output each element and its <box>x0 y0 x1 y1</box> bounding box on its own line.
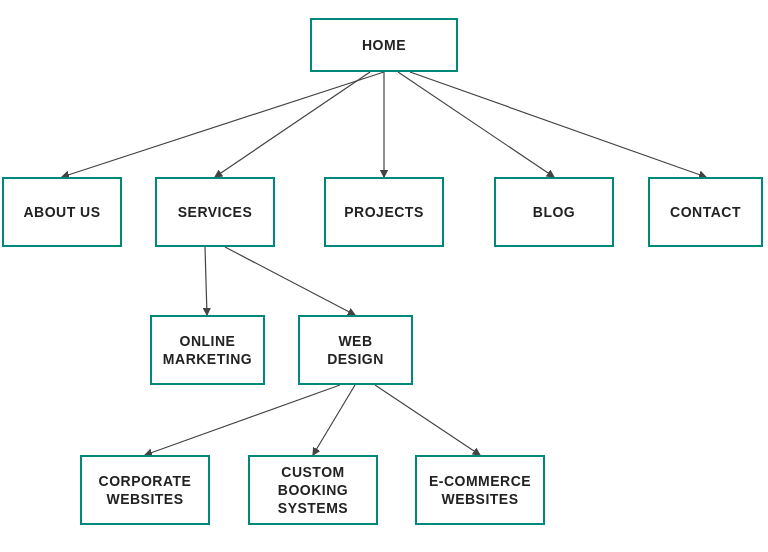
node-online: ONLINEMARKETING <box>150 315 265 385</box>
node-blog: BLOG <box>494 177 614 247</box>
svg-line-3 <box>398 72 554 177</box>
node-about: ABOUT US <box>2 177 122 247</box>
node-ecommerce: E-COMMERCEWEBSITES <box>415 455 545 525</box>
node-corporate: CORPORATEWEBSITES <box>80 455 210 525</box>
node-services: SERVICES <box>155 177 275 247</box>
sitemap-diagram: HOMEABOUT USSERVICESPROJECTSBLOGCONTACTO… <box>0 0 768 552</box>
svg-line-6 <box>225 247 355 315</box>
svg-line-5 <box>205 247 207 315</box>
node-booking: CUSTOMBOOKINGSYSTEMS <box>248 455 378 525</box>
node-projects: PROJECTS <box>324 177 444 247</box>
svg-line-7 <box>145 385 340 455</box>
node-home: HOME <box>310 18 458 72</box>
node-webdesign: WEBDESIGN <box>298 315 413 385</box>
node-contact: CONTACT <box>648 177 763 247</box>
svg-line-4 <box>410 72 706 177</box>
svg-line-0 <box>62 72 384 177</box>
svg-line-9 <box>375 385 480 455</box>
svg-line-8 <box>313 385 355 455</box>
svg-line-1 <box>215 72 370 177</box>
